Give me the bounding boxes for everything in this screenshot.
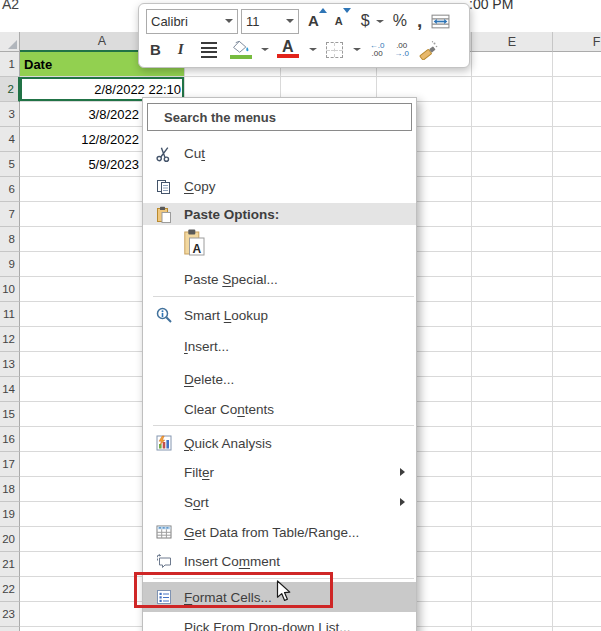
row-header-14[interactable]: 14 xyxy=(0,377,20,402)
cell-F12[interactable] xyxy=(553,327,601,352)
cell-F10[interactable] xyxy=(553,277,601,302)
row-header-9[interactable]: 9 xyxy=(0,252,20,277)
cell-F24[interactable] xyxy=(553,627,601,631)
percent-style-icon[interactable]: % xyxy=(393,8,407,35)
name-box[interactable]: A2 xyxy=(2,0,19,12)
bold-icon[interactable]: B xyxy=(150,36,161,63)
menu-item-cut[interactable]: Cut xyxy=(143,137,416,170)
accounting-format-icon[interactable]: $ xyxy=(361,8,384,35)
menu-item-paste-special[interactable]: Paste Special... xyxy=(143,265,416,293)
cell-E16[interactable] xyxy=(472,427,553,452)
font-color-icon[interactable]: A xyxy=(277,36,299,63)
cell-E19[interactable] xyxy=(472,502,553,527)
cell-F14[interactable] xyxy=(553,377,601,402)
cell-E15[interactable] xyxy=(472,402,553,427)
cell-F3[interactable] xyxy=(553,102,601,127)
row-header-5[interactable]: 5 xyxy=(0,152,20,177)
menu-item-smart-lookup[interactable]: Smart Lookup xyxy=(143,300,416,330)
font-size-combo[interactable]: 11 xyxy=(241,9,299,34)
cell-E5[interactable] xyxy=(472,152,553,177)
grow-font-icon[interactable]: A xyxy=(308,8,327,35)
row-header-22[interactable]: 22 xyxy=(0,577,20,602)
cell-F23[interactable] xyxy=(553,602,601,627)
menu-item-pick-from-drop-down-list[interactable]: Pick From Drop-down List... xyxy=(143,612,416,631)
row-header-8[interactable]: 8 xyxy=(0,227,20,252)
cell-E22[interactable] xyxy=(472,577,553,602)
borders-icon[interactable] xyxy=(326,36,343,63)
cell-E20[interactable] xyxy=(472,527,553,552)
cell-F21[interactable] xyxy=(553,552,601,577)
row-header-24[interactable]: 24 xyxy=(0,627,20,631)
menu-item-delete[interactable]: Delete... xyxy=(143,363,416,396)
cell-E23[interactable] xyxy=(472,602,553,627)
cell-F20[interactable] xyxy=(553,527,601,552)
cell-F13[interactable] xyxy=(553,352,601,377)
row-header-21[interactable]: 21 xyxy=(0,552,20,577)
row-header-18[interactable]: 18 xyxy=(0,477,20,502)
column-header-F[interactable]: F xyxy=(553,32,601,52)
cell-E4[interactable] xyxy=(472,127,553,152)
cell-F19[interactable] xyxy=(553,502,601,527)
cell-E3[interactable] xyxy=(472,102,553,127)
menu-item-format-cells[interactable]: Format Cells... xyxy=(143,582,416,612)
cell-E18[interactable] xyxy=(472,477,553,502)
cell-F1[interactable] xyxy=(553,52,601,77)
cell-F16[interactable] xyxy=(553,427,601,452)
shrink-font-icon[interactable]: A xyxy=(335,8,351,35)
row-header-23[interactable]: 23 xyxy=(0,602,20,627)
comma-style-icon[interactable]: , xyxy=(417,8,422,35)
font-name-combo[interactable]: Calibri xyxy=(146,9,238,34)
row-header-15[interactable]: 15 xyxy=(0,402,20,427)
cell-E1[interactable] xyxy=(472,52,553,77)
row-header-19[interactable]: 19 xyxy=(0,502,20,527)
italic-icon[interactable]: I xyxy=(178,36,184,63)
cell-E12[interactable] xyxy=(472,327,553,352)
cell-F11[interactable] xyxy=(553,302,601,327)
menu-item-insert[interactable]: Insert... xyxy=(143,330,416,363)
cell-F5[interactable] xyxy=(553,152,601,177)
row-header-17[interactable]: 17 xyxy=(0,452,20,477)
row-header-6[interactable]: 6 xyxy=(0,177,20,202)
cell-F22[interactable] xyxy=(553,577,601,602)
cell-F9[interactable] xyxy=(553,252,601,277)
cell-E2[interactable] xyxy=(472,77,553,102)
cell-E17[interactable] xyxy=(472,452,553,477)
cell-F8[interactable] xyxy=(553,227,601,252)
row-header-12[interactable]: 12 xyxy=(0,327,20,352)
cell-E10[interactable] xyxy=(472,277,553,302)
borders-dropdown[interactable] xyxy=(349,36,361,63)
cell-E8[interactable] xyxy=(472,227,553,252)
row-header-2[interactable]: 2 xyxy=(0,77,20,102)
menu-item-quick-analysis[interactable]: Quick Analysis xyxy=(143,429,416,457)
row-header-1[interactable]: 1 xyxy=(0,52,20,77)
menu-item-get-data-from-table-range[interactable]: Get Data from Table/Range... xyxy=(143,517,416,547)
menu-item-filter[interactable]: Filter xyxy=(143,457,416,487)
column-header-E[interactable]: E xyxy=(472,32,553,52)
cell-F7[interactable] xyxy=(553,202,601,227)
cell-E13[interactable] xyxy=(472,352,553,377)
cell-E11[interactable] xyxy=(472,302,553,327)
menu-item-sort[interactable]: Sort xyxy=(143,487,416,517)
cell-E14[interactable] xyxy=(472,377,553,402)
cell-E6[interactable] xyxy=(472,177,553,202)
cell-F18[interactable] xyxy=(553,477,601,502)
align-lines-icon[interactable] xyxy=(201,36,217,63)
fill-color-dropdown[interactable] xyxy=(257,36,269,63)
row-header-20[interactable]: 20 xyxy=(0,527,20,552)
fill-color-icon[interactable] xyxy=(230,36,252,63)
decrease-decimal-icon[interactable]: .00→.0 xyxy=(394,36,409,63)
merge-center-icon[interactable] xyxy=(431,8,450,35)
row-header-7[interactable]: 7 xyxy=(0,202,20,227)
row-header-16[interactable]: 16 xyxy=(0,427,20,452)
row-header-11[interactable]: 11 xyxy=(0,302,20,327)
cell-E24[interactable] xyxy=(472,627,553,631)
menu-item-clear-contents[interactable]: Clear Contents xyxy=(143,396,416,422)
cell-E9[interactable] xyxy=(472,252,553,277)
cell-F4[interactable] xyxy=(553,127,601,152)
menu-search-input[interactable] xyxy=(148,104,411,130)
paste-values-icon[interactable]: A xyxy=(184,229,205,261)
cell-F17[interactable] xyxy=(553,452,601,477)
cell-F15[interactable] xyxy=(553,402,601,427)
cell-F2[interactable] xyxy=(553,77,601,102)
row-header-4[interactable]: 4 xyxy=(0,127,20,152)
